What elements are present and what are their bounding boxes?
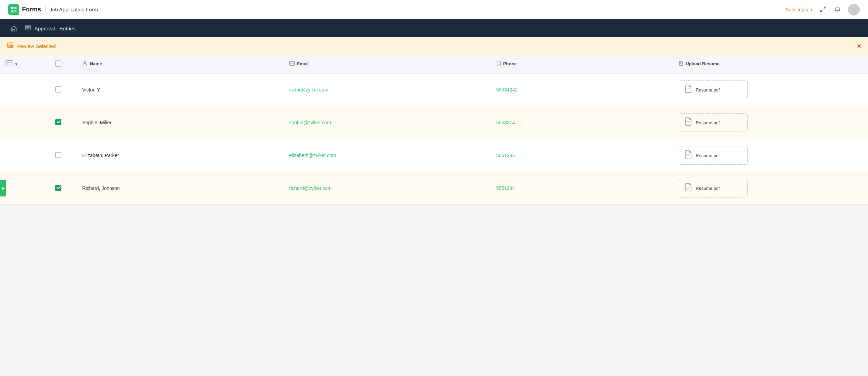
th-actions: ▾ <box>0 55 40 73</box>
resume-file-name: Resume.pdf <box>696 120 720 125</box>
nav-left: Forms Job Application Form <box>8 4 98 15</box>
row-phone: 55534242 <box>491 73 674 106</box>
review-banner-text[interactable]: Review Selected <box>17 43 56 49</box>
row-email[interactable]: sophie@zylker.com <box>284 106 491 139</box>
svg-point-6 <box>11 45 13 47</box>
row-checkbox-cell[interactable] <box>40 139 77 172</box>
row-resume[interactable]: Resume.pdf <box>673 106 868 139</box>
resume-file-button[interactable]: Resume.pdf <box>679 146 748 165</box>
row-name: Elizabeth, Parker <box>77 139 283 172</box>
svg-rect-3 <box>14 10 17 12</box>
user-avatar[interactable] <box>848 4 860 16</box>
row-resume[interactable]: Resume.pdf <box>673 139 868 172</box>
th-resume-label: Upload Resume <box>679 61 719 66</box>
row-name: Sophie, Miller <box>77 106 283 139</box>
file-icon <box>685 117 692 128</box>
select-all-checkbox[interactable] <box>55 60 61 67</box>
person-icon <box>82 61 88 66</box>
nav-divider <box>45 6 46 14</box>
review-banner-left: Review Selected <box>7 42 56 50</box>
table-row: Victor, Yvictor@zylker.com55534242 Resum… <box>0 73 868 106</box>
entries-table: ▾ Name <box>0 55 868 205</box>
th-select-all[interactable] <box>40 55 77 73</box>
row-resume[interactable]: Resume.pdf <box>673 73 868 106</box>
th-email-label: Email <box>289 61 309 66</box>
home-button[interactable] <box>8 23 19 34</box>
app-name: Forms <box>22 6 41 13</box>
row-checkbox[interactable] <box>55 185 61 191</box>
file-icon <box>685 84 692 95</box>
entries-table-container: ▾ Name <box>0 55 868 205</box>
top-nav: Forms Job Application Form Subscription <box>0 0 868 19</box>
th-name: Name <box>77 55 283 73</box>
row-actions-cell <box>0 106 40 139</box>
review-icon <box>7 42 14 50</box>
file-icon <box>685 183 692 194</box>
svg-rect-1 <box>14 7 17 9</box>
nav-right: Subscription <box>786 4 860 16</box>
file-icon <box>685 150 692 161</box>
row-name: Richard, Johnson <box>77 172 283 205</box>
resume-file-name: Resume.pdf <box>696 153 720 158</box>
row-checkbox-cell[interactable] <box>40 172 77 205</box>
review-banner: Review Selected × <box>0 37 868 55</box>
row-email[interactable]: victor@zylker.com <box>284 73 491 106</box>
row-phone: 5551235 <box>491 139 674 172</box>
table-layout-arrow[interactable]: ▾ <box>15 62 17 67</box>
th-phone-label: Phone <box>496 61 517 66</box>
table-row: Richard, Johnsonrichard@zylker.com555123… <box>0 172 868 205</box>
row-email[interactable]: elizabeth@zylker.com <box>284 139 491 172</box>
sidebar-toggle[interactable]: ▶ <box>0 180 6 196</box>
row-checkbox-cell[interactable] <box>40 73 77 106</box>
row-actions-cell <box>0 73 40 106</box>
svg-rect-7 <box>6 60 12 66</box>
page-header: Approval - Entries <box>0 19 868 37</box>
arrow-right-icon: ▶ <box>2 186 5 191</box>
table-row: Sophie, Millersophie@zylker.com5553214 R… <box>0 106 868 139</box>
row-email[interactable]: richard@zylker.com <box>284 172 491 205</box>
th-resume: Upload Resume <box>673 55 868 73</box>
email-icon <box>289 61 295 66</box>
th-name-label: Name <box>82 61 102 66</box>
table-layout-icon[interactable] <box>6 60 12 68</box>
row-phone: 5553214 <box>491 106 674 139</box>
logo-icon <box>8 4 19 15</box>
resume-file-button[interactable]: Resume.pdf <box>679 80 748 99</box>
resume-file-name: Resume.pdf <box>696 186 720 191</box>
tools-icon[interactable] <box>819 6 827 13</box>
resume-file-name: Resume.pdf <box>696 87 720 93</box>
svg-rect-10 <box>497 61 500 66</box>
phone-icon <box>496 61 501 66</box>
row-checkbox[interactable] <box>55 119 61 125</box>
row-checkbox[interactable] <box>55 152 61 158</box>
resume-file-button[interactable]: Resume.pdf <box>679 179 748 197</box>
review-banner-close-button[interactable]: × <box>857 42 861 50</box>
bell-icon[interactable] <box>834 6 841 13</box>
entries-icon <box>25 25 31 32</box>
row-name: Victor, Y <box>77 73 283 106</box>
svg-rect-0 <box>11 7 13 9</box>
row-checkbox-cell[interactable] <box>40 106 77 139</box>
logo-area: Forms <box>8 4 41 15</box>
svg-rect-9 <box>290 61 295 66</box>
resume-file-button[interactable]: Resume.pdf <box>679 113 748 132</box>
row-actions-cell <box>0 139 40 172</box>
row-checkbox[interactable] <box>55 86 61 93</box>
page-header-title: Approval - Entries <box>25 25 76 32</box>
document-upload-icon <box>679 61 684 66</box>
th-email: Email <box>284 55 491 73</box>
page-title: Approval - Entries <box>34 26 76 31</box>
row-phone: 5551234 <box>491 172 674 205</box>
th-phone: Phone <box>491 55 674 73</box>
subscription-link[interactable]: Subscription <box>786 7 812 12</box>
svg-rect-2 <box>11 10 13 12</box>
svg-point-8 <box>84 61 86 64</box>
row-resume[interactable]: Resume.pdf <box>673 172 868 205</box>
table-row: Elizabeth, Parkerelizabeth@zylker.com555… <box>0 139 868 172</box>
table-header-row: ▾ Name <box>0 55 868 73</box>
form-title: Job Application Form <box>50 7 98 12</box>
